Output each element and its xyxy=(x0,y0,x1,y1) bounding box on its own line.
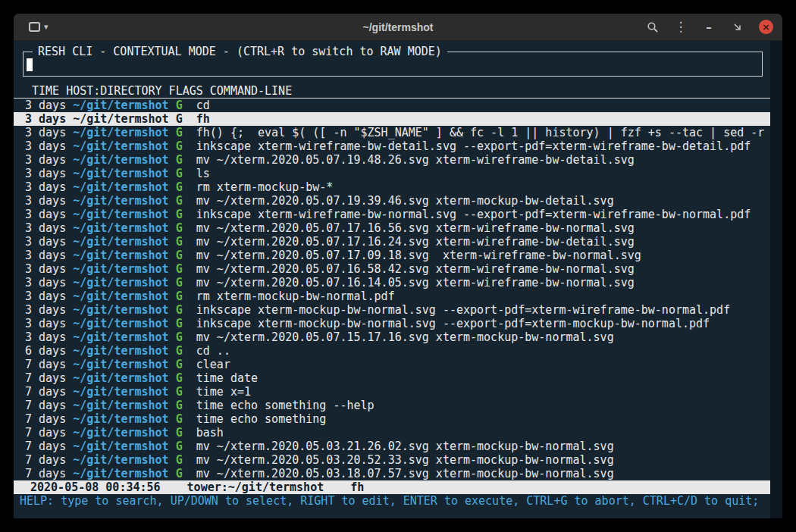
history-row[interactable]: 3 days ~/git/termshot G mv ~/xterm.2020.… xyxy=(14,262,770,276)
mode-banner: RESH CLI - CONTEXTUAL MODE - (CTRL+R to … xyxy=(33,45,447,59)
row-host-directory: ~/git/termshot xyxy=(73,262,168,276)
history-row[interactable]: 3 days ~/git/termshot G mv ~/xterm.2020.… xyxy=(14,249,770,262)
row-flags: G xyxy=(176,249,183,262)
columns-header: TIME HOST:DIRECTORY FLAGS COMMAND-LINE xyxy=(14,84,770,99)
row-command: time echo something xyxy=(196,412,327,426)
titlebar[interactable]: ▾ ~/git/termshot ⋮ – xyxy=(14,14,782,41)
row-flags: G xyxy=(176,344,183,358)
row-flags: G xyxy=(176,440,183,453)
row-host-directory: ~/git/termshot xyxy=(73,126,168,139)
history-row[interactable]: 3 days ~/git/termshot G mv ~/xterm.2020.… xyxy=(14,235,770,249)
history-row[interactable]: 7 days ~/git/termshot G time x=1 xyxy=(14,385,770,399)
history-row[interactable]: 3 days ~/git/termshot G inkscape xterm-m… xyxy=(14,303,770,317)
row-host-directory: ~/git/termshot xyxy=(73,358,168,371)
row-command: mv ~/xterm.2020.05.07.17.09.18.svg xterm… xyxy=(196,249,641,262)
history-row[interactable]: 7 days ~/git/termshot G time date xyxy=(14,371,770,385)
row-time: 3 days xyxy=(25,139,66,153)
terminal-window: ▾ ~/git/termshot ⋮ – xyxy=(14,14,782,518)
history-row[interactable]: 3 days ~/git/termshot G inkscape xterm-w… xyxy=(14,208,770,221)
row-command: mv ~/xterm.2020.05.07.16.58.42.svg xterm… xyxy=(196,262,635,276)
row-flags: G xyxy=(176,371,183,385)
row-command: cd xyxy=(196,99,210,112)
history-row[interactable]: 3 days ~/git/termshot G fh xyxy=(14,112,770,126)
scrollbar[interactable] xyxy=(770,41,782,518)
row-time: 3 days xyxy=(25,303,66,317)
row-flags: G xyxy=(176,453,183,467)
row-command: time echo something --help xyxy=(196,399,374,412)
chevron-down-icon: ▾ xyxy=(44,22,49,32)
minimize-button[interactable]: – xyxy=(700,17,718,37)
search-button[interactable] xyxy=(644,17,662,37)
history-row[interactable]: 7 days ~/git/termshot G time echo someth… xyxy=(14,399,770,412)
row-host-directory: ~/git/termshot xyxy=(73,139,168,153)
history-row[interactable]: 7 days ~/git/termshot G mv ~/xterm.2020.… xyxy=(14,467,770,480)
history-row[interactable]: 7 days ~/git/termshot G bash xyxy=(14,426,770,440)
row-time: 7 days xyxy=(25,358,66,371)
row-command: time date xyxy=(196,371,258,385)
row-time: 7 days xyxy=(25,453,66,467)
row-command: mv ~/xterm.2020.05.07.17.16.24.svg xterm… xyxy=(196,235,635,249)
row-command: mv ~/xterm.2020.05.07.16.14.05.svg xterm… xyxy=(196,276,635,289)
row-time: 3 days xyxy=(25,153,66,167)
history-row[interactable]: 3 days ~/git/termshot G mv ~/xterm.2020.… xyxy=(14,194,770,208)
row-host-directory: ~/git/termshot xyxy=(73,412,168,426)
history-row[interactable]: 7 days ~/git/termshot G mv ~/xterm.2020.… xyxy=(14,440,770,453)
close-button[interactable]: × xyxy=(759,20,773,34)
history-row[interactable]: 3 days ~/git/termshot G rm xterm-mockup-… xyxy=(14,180,770,194)
status-datetime: 2020-05-08 00:34:56 xyxy=(30,480,161,494)
status-command: fh xyxy=(350,480,364,494)
history-row[interactable]: 3 days ~/git/termshot G inkscape xterm-w… xyxy=(14,139,770,153)
row-flags: G xyxy=(176,112,183,126)
new-tab-button[interactable]: ▾ xyxy=(29,17,49,37)
row-flags: G xyxy=(176,276,183,289)
row-host-directory: ~/git/termshot xyxy=(73,344,168,358)
row-host-directory: ~/git/termshot xyxy=(73,317,168,330)
row-host-directory: ~/git/termshot xyxy=(73,303,168,317)
row-time: 3 days xyxy=(25,221,66,235)
history-row[interactable]: 3 days ~/git/termshot G fh() {; eval $( … xyxy=(14,126,770,139)
row-time: 7 days xyxy=(25,412,66,426)
row-time: 7 days xyxy=(25,440,66,453)
restore-arrow-icon xyxy=(732,22,742,32)
unmaximize-button[interactable] xyxy=(728,17,746,37)
row-time: 3 days xyxy=(25,235,66,249)
row-time: 3 days xyxy=(25,126,66,139)
history-row[interactable]: 3 days ~/git/termshot G ls xyxy=(14,167,770,180)
history-row[interactable]: 3 days ~/git/termshot G mv ~/xterm.2020.… xyxy=(14,276,770,289)
row-host-directory: ~/git/termshot xyxy=(73,99,168,112)
history-row[interactable]: 3 days ~/git/termshot G mv ~/xterm.2020.… xyxy=(14,330,770,344)
row-time: 3 days xyxy=(25,112,66,126)
row-flags: G xyxy=(176,385,183,399)
history-rows: 3 days ~/git/termshot G cd3 days ~/git/t… xyxy=(14,99,770,480)
row-host-directory: ~/git/termshot xyxy=(73,221,168,235)
row-flags: G xyxy=(176,194,183,208)
row-command: inkscape xterm-mockup-bw-normal.svg --ex… xyxy=(196,317,710,330)
history-row[interactable]: 3 days ~/git/termshot G inkscape xterm-m… xyxy=(14,317,770,330)
row-host-directory: ~/git/termshot xyxy=(73,208,168,221)
row-flags: G xyxy=(176,139,183,153)
history-row[interactable]: 7 days ~/git/termshot G clear xyxy=(14,358,770,371)
history-row[interactable]: 7 days ~/git/termshot G mv ~/xterm.2020.… xyxy=(14,453,770,467)
row-time: 7 days xyxy=(25,467,66,480)
history-row[interactable]: 6 days ~/git/termshot G cd .. xyxy=(14,344,770,358)
history-row[interactable]: 7 days ~/git/termshot G time echo someth… xyxy=(14,412,770,426)
new-tab-icon xyxy=(29,22,40,32)
menu-button[interactable]: ⋮ xyxy=(672,17,690,37)
row-flags: G xyxy=(176,399,183,412)
search-input-box[interactable]: RESH CLI - CONTEXTUAL MODE - (CTRL+R to … xyxy=(23,52,763,77)
history-row[interactable]: 3 days ~/git/termshot G rm xterm-mockup-… xyxy=(14,289,770,303)
row-command: mv ~/xterm.2020.05.07.19.48.26.svg xterm… xyxy=(196,153,635,167)
row-time: 7 days xyxy=(25,385,66,399)
history-row[interactable]: 3 days ~/git/termshot G cd xyxy=(14,99,770,112)
status-host-path: tower:~/git/termshot xyxy=(187,480,324,494)
row-time: 3 days xyxy=(25,180,66,194)
close-icon: × xyxy=(762,22,770,32)
row-command: mv ~/xterm.2020.05.03.18.07.57.svg xterm… xyxy=(196,467,614,480)
history-row[interactable]: 3 days ~/git/termshot G mv ~/xterm.2020.… xyxy=(14,221,770,235)
history-row[interactable]: 3 days ~/git/termshot G mv ~/xterm.2020.… xyxy=(14,153,770,167)
row-command: fh() {; eval $( ([ -n "$ZSH_NAME" ] && f… xyxy=(196,126,765,139)
row-time: 3 days xyxy=(25,194,66,208)
terminal-screen[interactable]: RESH CLI - CONTEXTUAL MODE - (CTRL+R to … xyxy=(14,41,782,518)
row-flags: G xyxy=(176,330,183,344)
row-command: bash xyxy=(196,426,224,440)
